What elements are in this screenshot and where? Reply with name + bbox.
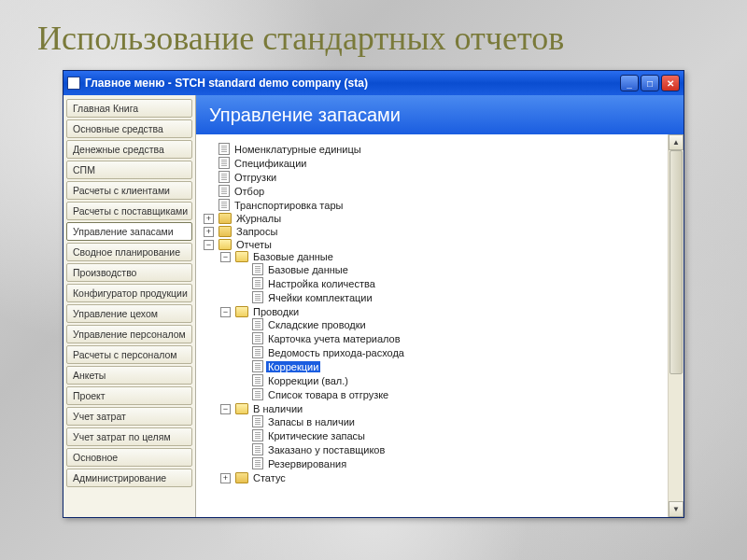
tree-label[interactable]: Коррекции	[266, 361, 320, 372]
document-icon	[252, 277, 263, 289]
maximize-button[interactable]: □	[641, 75, 659, 91]
document-icon	[252, 374, 263, 386]
tree-label[interactable]: Отбор	[233, 186, 266, 197]
tree-label[interactable]: Базовые данные	[251, 251, 335, 262]
sidebar-item[interactable]: Основное	[66, 448, 192, 467]
sidebar-item[interactable]: Основные средства	[66, 119, 192, 138]
titlebar[interactable]: Главное меню - STCH standard demo compan…	[63, 71, 684, 95]
vertical-scrollbar[interactable]: ▲ ▼	[668, 134, 684, 517]
document-icon	[252, 457, 263, 469]
tree-label[interactable]: В наличии	[251, 403, 304, 414]
tree-label[interactable]: Карточка учета материалов	[266, 333, 402, 344]
tree-label[interactable]: Спецификации	[233, 158, 308, 169]
scroll-up-button[interactable]: ▲	[669, 134, 684, 150]
tree-label[interactable]: Отчеты	[234, 239, 274, 250]
minimize-button[interactable]: _	[620, 75, 639, 91]
document-icon	[252, 318, 263, 330]
document-icon	[252, 360, 263, 372]
tree-label[interactable]: Запросы	[234, 226, 279, 237]
sidebar-item[interactable]: Управление персоналом	[66, 325, 192, 343]
sidebar-item[interactable]: Производство	[66, 263, 192, 282]
document-icon	[218, 143, 230, 155]
folder-icon	[235, 472, 248, 483]
tree-expander[interactable]: −	[220, 307, 231, 317]
tree-label[interactable]: Статус	[251, 472, 288, 483]
sidebar-item[interactable]: Управление цехом	[66, 304, 192, 323]
sidebar-item[interactable]: Расчеты с персоналом	[66, 345, 192, 364]
sidebar-item[interactable]: Администрирование	[66, 469, 192, 487]
document-icon	[252, 346, 263, 358]
sidebar-item[interactable]: Проект	[66, 386, 192, 405]
tree-label[interactable]: Резервирования	[266, 458, 348, 469]
document-icon	[218, 185, 230, 197]
sidebar-item[interactable]: Управление запасами	[66, 222, 192, 241]
document-icon	[252, 332, 263, 344]
sidebar-item[interactable]: Учет затрат	[66, 407, 192, 426]
tree-label[interactable]: Запасы в наличии	[266, 416, 357, 427]
sidebar-item[interactable]: Денежные средства	[66, 140, 192, 159]
nav-tree[interactable]: Номенклатурные единицыСпецификацииОтгруз…	[202, 142, 678, 485]
tree-expander[interactable]: −	[220, 404, 231, 414]
app-window: Главное меню - STCH standard demo compan…	[63, 70, 684, 518]
tree-label[interactable]: Коррекции (вал.)	[266, 375, 350, 386]
document-icon	[252, 291, 263, 303]
tree-label[interactable]: Отгрузки	[233, 172, 278, 183]
document-icon	[252, 443, 263, 455]
content-header: Управление запасами	[196, 95, 684, 134]
tree-label[interactable]: Складские проводки	[266, 319, 368, 330]
tree-label[interactable]: Критические запасы	[266, 430, 367, 441]
sidebar-item[interactable]: Учет затрат по целям	[66, 427, 192, 446]
tree-label[interactable]: Список товара в отгрузке	[266, 389, 390, 400]
folder-open-icon	[235, 403, 248, 414]
sidebar-item[interactable]: Анкеты	[66, 366, 192, 385]
tree-label[interactable]: Номенклатурные единицы	[233, 144, 363, 155]
sidebar-item[interactable]: Расчеты с поставщиками	[66, 202, 192, 220]
sidebar-item[interactable]: Главная Книга	[66, 99, 192, 118]
document-icon	[252, 429, 263, 441]
tree-expander[interactable]: +	[220, 473, 231, 483]
folder-icon	[218, 226, 232, 237]
window-title: Главное меню - STCH standard demo compan…	[85, 77, 620, 90]
sidebar-item[interactable]: Конфигуратор продукции	[66, 284, 192, 302]
folder-open-icon	[235, 306, 248, 317]
tree-expander[interactable]: −	[204, 240, 214, 250]
tree-label[interactable]: Ячейки комплектации	[266, 292, 374, 303]
sidebar-item[interactable]: Расчеты с клиентами	[66, 181, 192, 200]
tree-label[interactable]: Проводки	[251, 306, 301, 317]
sidebar-item[interactable]: СПМ	[66, 161, 192, 179]
tree-expander[interactable]: +	[204, 227, 214, 237]
content-pane: Управление запасами Номенклатурные едини…	[196, 95, 684, 517]
scroll-thumb[interactable]	[669, 150, 683, 374]
tree-label[interactable]: Журналы	[234, 213, 283, 224]
sidebar-item[interactable]: Сводное планирование	[66, 243, 192, 261]
tree-label[interactable]: Заказано у поставщиков	[266, 444, 387, 455]
app-icon	[67, 77, 80, 90]
close-button[interactable]: ✕	[661, 75, 680, 91]
folder-icon	[218, 213, 232, 224]
document-icon	[218, 199, 230, 211]
folder-open-icon	[235, 251, 248, 262]
sidebar: Главная КнигаОсновные средстваДенежные с…	[63, 95, 196, 517]
tree-expander[interactable]: +	[204, 214, 214, 224]
document-icon	[252, 263, 263, 275]
document-icon	[218, 171, 230, 183]
slide-title: Использование стандартных отчетов	[37, 19, 564, 58]
scroll-down-button[interactable]: ▼	[669, 501, 684, 517]
document-icon	[252, 388, 263, 400]
tree-expander[interactable]: −	[220, 252, 231, 262]
document-icon	[252, 415, 263, 427]
document-icon	[218, 157, 230, 169]
folder-open-icon	[218, 239, 232, 250]
tree-label[interactable]: Ведомость прихода-расхода	[266, 347, 406, 358]
tree-label[interactable]: Транспортировка тары	[233, 200, 345, 211]
tree-label[interactable]: Базовые данные	[266, 264, 350, 275]
tree-label[interactable]: Настройка количества	[266, 278, 377, 289]
